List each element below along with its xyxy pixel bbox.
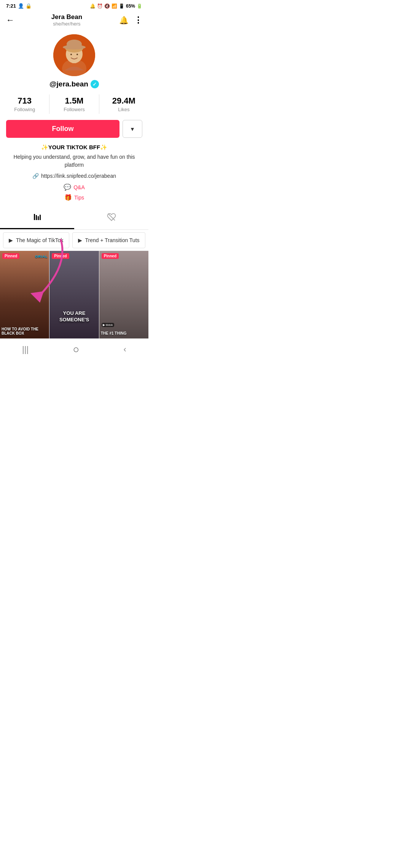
pinned-badge-3: Pinned [102, 253, 119, 259]
followers-label: Followers [49, 107, 99, 112]
likes-label: Likes [99, 107, 148, 112]
playlist-row: ▶ The Magic of TikTok ▶ Trend + Transiti… [0, 230, 148, 251]
battery-level: 65% [126, 3, 135, 9]
bio-text: Helping you understand, grow, and have f… [9, 153, 139, 169]
back-button[interactable]: ← [6, 15, 14, 25]
verified-badge: ✓ [91, 80, 99, 88]
stat-following[interactable]: 713 Following [0, 94, 49, 114]
bio-section: ✨YOUR TIKTOK BFF✨ Helping you understand… [0, 138, 148, 201]
profile-section: @jera.bean ✓ 713 Following 1.5M Follower… [0, 31, 148, 201]
profile-name: Jera Bean [51, 13, 82, 21]
bio-title: ✨YOUR TIKTOK BFF✨ [9, 144, 139, 151]
nav-back-icon[interactable]: ‹ [124, 345, 126, 354]
signal-icon: 📱 [119, 3, 124, 9]
status-left: 7:21 👤 🔒 [6, 3, 32, 9]
svg-rect-12 [36, 215, 37, 220]
follow-dropdown-button[interactable]: ▼ [123, 120, 142, 138]
battery-icon: 🔋 [137, 3, 142, 9]
stat-likes[interactable]: 29.4M Likes [99, 94, 148, 114]
following-label: Following [0, 107, 49, 112]
status-right: 🔔 ⏰ 🔇 📶 📱 65% 🔋 [90, 3, 142, 9]
tab-videos[interactable] [0, 208, 74, 229]
playlist-item-2[interactable]: ▶ Trend + Transition Tuts [72, 232, 145, 248]
svg-rect-13 [38, 216, 39, 220]
bio-link[interactable]: 🔗 https://link.snipfeed.co/jerabean [9, 173, 139, 179]
video-label-1: HOW TO AVOID THE BLACK BOX [2, 327, 48, 335]
videos-tab-icon [33, 215, 42, 223]
status-icons: 👤 🔒 [18, 3, 32, 9]
tips-action[interactable]: 🎁 Tips [64, 194, 84, 201]
nav-home-icon[interactable]: ○ [73, 343, 79, 356]
followers-count: 1.5M [49, 96, 99, 106]
bottom-nav: ||| ○ ‹ [0, 338, 148, 359]
qa-action[interactable]: 💬 Q&A [64, 183, 85, 191]
playlist-label-1: The Magic of TikTok [16, 237, 64, 243]
pinned-badge-2: Pinned [52, 253, 69, 259]
tips-label: Tips [74, 195, 84, 201]
tips-icon: 🎁 [64, 194, 72, 201]
wifi-icon: 📶 [112, 3, 117, 9]
status-bar: 7:21 👤 🔒 🔔 ⏰ 🔇 📶 📱 65% 🔋 [0, 0, 148, 10]
notification-bell-icon[interactable]: 🔔 [119, 16, 129, 25]
svg-rect-14 [40, 215, 41, 220]
playlist-play-icon-1: ▶ [9, 237, 13, 243]
tabs-row [0, 208, 148, 230]
svg-point-6 [67, 40, 82, 49]
following-count: 713 [0, 96, 49, 106]
liked-tab-icon [107, 215, 116, 223]
bio-link-text[interactable]: https://link.snipfeed.co/jerabean [41, 173, 116, 179]
pinned-badge-1: Pinned [2, 253, 19, 259]
more-options-icon[interactable]: ⋮ [134, 15, 142, 25]
qa-label: Q&A [73, 184, 85, 190]
header-icons: 🔔 ⋮ [119, 15, 142, 25]
video-thumb-2[interactable]: Pinned YOU ARESOMEONE'S [49, 251, 99, 338]
likes-count: 29.4M [99, 96, 148, 106]
video-thumb-1[interactable]: Pinned ORIAL HOW TO AVOID THE BLACK BOX [0, 251, 49, 338]
follow-row: Follow ▼ [6, 120, 142, 138]
status-time: 7:21 [6, 3, 16, 9]
svg-point-10 [76, 54, 78, 55]
follow-button[interactable]: Follow [6, 120, 119, 138]
tab-liked[interactable] [74, 208, 148, 229]
alarm-icon: 🔔 [90, 3, 96, 9]
video-thumb-3[interactable]: Pinned ▶ tiktok THE #1 THING [99, 251, 148, 338]
qa-icon: 💬 [64, 183, 71, 191]
username-row: @jera.bean ✓ [49, 80, 99, 88]
username: @jera.bean [49, 80, 88, 88]
profile-pronouns: she/her/hers [51, 21, 82, 27]
video-label-3: THE #1 THING [101, 331, 147, 335]
header-center: Jera Bean she/her/hers [51, 13, 82, 27]
bio-actions: 💬 Q&A 🎁 Tips [9, 183, 139, 201]
link-icon: 🔗 [32, 173, 39, 179]
dropdown-arrow-icon: ▼ [130, 126, 135, 132]
clock-icon: ⏰ [97, 3, 103, 9]
video-grid: Pinned ORIAL HOW TO AVOID THE BLACK BOX … [0, 251, 148, 338]
svg-point-9 [70, 54, 72, 55]
playlist-item-1[interactable]: ▶ The Magic of TikTok [3, 232, 69, 248]
mute-icon: 🔇 [104, 3, 110, 9]
stats-row: 713 Following 1.5M Followers 29.4M Likes [0, 94, 148, 114]
stat-followers[interactable]: 1.5M Followers [49, 94, 99, 114]
playlist-label-2: Trend + Transition Tuts [85, 237, 140, 243]
playlist-play-icon-2: ▶ [78, 237, 82, 243]
svg-rect-11 [34, 214, 35, 220]
nav-menu-icon[interactable]: ||| [22, 345, 29, 354]
header: ← Jera Bean she/her/hers 🔔 ⋮ [0, 10, 148, 31]
avatar[interactable] [53, 34, 95, 76]
